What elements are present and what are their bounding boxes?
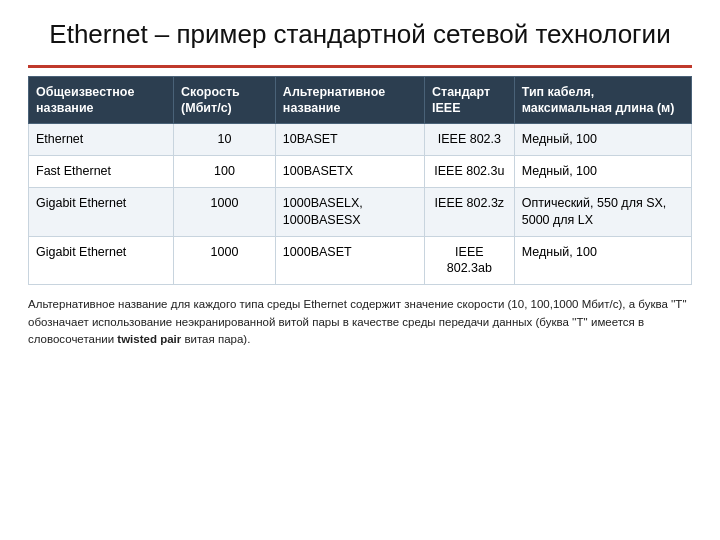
table-cell: IEEE 802.3u: [424, 155, 514, 187]
table-cell: 1000BASET: [275, 236, 424, 285]
table-cell: 100BASETX: [275, 155, 424, 187]
table-cell: Gigabit Ethernet: [29, 236, 174, 285]
table-cell: IEEE 802.3: [424, 124, 514, 156]
table-row: Gigabit Ethernet10001000BASELX, 1000BASE…: [29, 187, 692, 236]
table-cell: 10BASET: [275, 124, 424, 156]
table-cell: 1000: [174, 187, 276, 236]
table-row: Gigabit Ethernet10001000BASETIEEE 802.3a…: [29, 236, 692, 285]
table-cell: IEEE 802.3ab: [424, 236, 514, 285]
note-text-after: витая пара).: [181, 333, 250, 345]
table-header-row: Общеизвестное название Скорость (Мбит/с)…: [29, 76, 692, 124]
page: Ethernet – пример стандартной сетевой те…: [0, 0, 720, 540]
col-header-standard: Стандарт IEEE: [424, 76, 514, 124]
table-cell: Медный, 100: [514, 155, 691, 187]
table-cell: IEEE 802.3z: [424, 187, 514, 236]
table-body: Ethernet1010BASETIEEE 802.3Медный, 100Fa…: [29, 124, 692, 285]
table-cell: Ethernet: [29, 124, 174, 156]
table-cell: Gigabit Ethernet: [29, 187, 174, 236]
table-cell: 1000BASELX, 1000BASESX: [275, 187, 424, 236]
table-cell: 10: [174, 124, 276, 156]
col-header-speed: Скорость (Мбит/с): [174, 76, 276, 124]
col-header-name: Общеизвестное название: [29, 76, 174, 124]
ethernet-table: Общеизвестное название Скорость (Мбит/с)…: [28, 76, 692, 286]
table-cell: Медный, 100: [514, 236, 691, 285]
table-row: Fast Ethernet100100BASETXIEEE 802.3uМедн…: [29, 155, 692, 187]
table-cell: 100: [174, 155, 276, 187]
divider: [28, 65, 692, 68]
table-cell: Медный, 100: [514, 124, 691, 156]
col-header-altname: Альтернативное название: [275, 76, 424, 124]
note-bold: twisted pair: [117, 333, 181, 345]
col-header-cable: Тип кабеля, максимальная длина (м): [514, 76, 691, 124]
footnote: Альтернативное название для каждого типа…: [28, 296, 692, 348]
page-title: Ethernet – пример стандартной сетевой те…: [28, 18, 692, 51]
table-cell: Fast Ethernet: [29, 155, 174, 187]
table-row: Ethernet1010BASETIEEE 802.3Медный, 100: [29, 124, 692, 156]
table-cell: Оптический, 550 для SX, 5000 для LX: [514, 187, 691, 236]
table-cell: 1000: [174, 236, 276, 285]
